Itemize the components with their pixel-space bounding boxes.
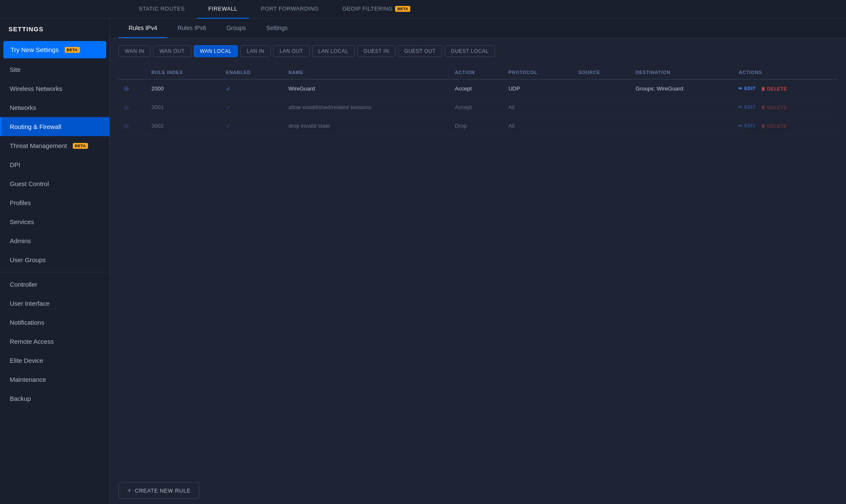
drag-handle-icon: ⊕ <box>124 104 129 111</box>
filter-btn-guest-out[interactable]: GUEST OUT <box>398 45 442 57</box>
table-row: ⊕2000✓WireGuardAcceptUDPGroups: WireGuar… <box>118 79 838 98</box>
sidebar-item-inner: Notifications <box>10 319 101 326</box>
delete-button[interactable]: 🗑 DELETE <box>761 105 787 110</box>
sidebar-item-threat-management[interactable]: Threat ManagementBETA <box>0 136 110 155</box>
sidebar-item-inner: Routing & Firewall <box>10 123 101 130</box>
delete-button[interactable]: 🗑 DELETE <box>761 86 787 91</box>
rules-table: RULE INDEXENABLEDNAMEACTIONPROTOCOLSOURC… <box>118 66 838 135</box>
protocol-cell: All <box>503 98 573 117</box>
protocol-cell: UDP <box>503 79 573 98</box>
drag-handle-icon: ⊕ <box>124 85 129 92</box>
sidebar-item-dpi[interactable]: DPI <box>0 155 110 174</box>
beta-badge: BETA <box>395 6 410 12</box>
filter-btn-lan-local[interactable]: LAN LOCAL <box>312 45 355 57</box>
filter-btn-guest-local[interactable]: GUEST LOCAL <box>445 45 495 57</box>
sidebar: SETTINGSTry New SettingsBETASiteWireless… <box>0 19 110 504</box>
filter-btn-guest-in[interactable]: GUEST IN <box>357 45 395 57</box>
sidebar-item-user-groups[interactable]: User Groups <box>0 250 110 269</box>
delete-button[interactable]: 🗑 DELETE <box>761 123 787 129</box>
sidebar-item-networks[interactable]: Networks <box>0 98 110 117</box>
sidebar-item-inner: DPI <box>10 161 101 168</box>
sidebar-item-controller[interactable]: Controller <box>0 275 110 294</box>
sidebar-item-user-interface[interactable]: User Interface <box>0 294 110 313</box>
th-rule-index: RULE INDEX <box>146 66 221 79</box>
top-nav-tab-firewall[interactable]: FIREWALL <box>197 0 250 19</box>
sidebar-item-label: Notifications <box>10 319 44 326</box>
create-btn-wrap: + CREATE NEW RULE <box>110 477 846 504</box>
sub-tab-rules-ipv6[interactable]: Rules IPv6 <box>168 19 217 38</box>
th-source: SOURCE <box>573 66 630 79</box>
main-layout: SETTINGSTry New SettingsBETASiteWireless… <box>0 19 846 504</box>
sidebar-item-elite-device[interactable]: Elite Device <box>0 351 110 370</box>
check-icon: ✓ <box>226 104 231 111</box>
sidebar-item-services[interactable]: Services <box>0 212 110 231</box>
sidebar-item-label: User Groups <box>10 256 46 263</box>
sidebar-divider <box>0 272 110 272</box>
th-enabled: ENABLED <box>221 66 283 79</box>
drag-handle[interactable]: ⊕ <box>118 98 146 117</box>
sidebar-item-routing-firewall[interactable]: Routing & Firewall <box>0 117 110 136</box>
drag-handle[interactable]: ⊕ <box>118 117 146 135</box>
sidebar-item-inner: Backup <box>10 395 101 402</box>
table-container: RULE INDEXENABLEDNAMEACTIONPROTOCOLSOURC… <box>110 60 846 477</box>
th-name: NAME <box>283 66 450 79</box>
edit-button[interactable]: ✏ EDIT <box>739 86 755 91</box>
filter-btn-wan-out[interactable]: WAN OUT <box>153 45 191 57</box>
protocol-cell: All <box>503 117 573 135</box>
sidebar-item-inner: User Groups <box>10 256 101 263</box>
sidebar-item-site[interactable]: Site <box>0 60 110 79</box>
sidebar-item-label: Services <box>10 218 34 225</box>
create-btn-label: CREATE NEW RULE <box>135 488 191 494</box>
sidebar-item-try-new-settings[interactable]: Try New SettingsBETA <box>3 41 106 58</box>
sub-tab-settings[interactable]: Settings <box>256 19 298 38</box>
top-nav-tab-geoip-filtering[interactable]: GEOIP FILTERINGBETA <box>330 0 422 19</box>
drag-handle-icon: ⊕ <box>124 122 129 129</box>
destination-cell: Groups: WireGuard <box>630 79 733 98</box>
name-cell: allow established/related sessions <box>283 98 450 117</box>
sidebar-item-label: Backup <box>10 395 31 402</box>
edit-button[interactable]: ✏ EDIT <box>739 123 755 129</box>
sub-tab-rules-ipv4[interactable]: Rules IPv4 <box>118 19 168 38</box>
sidebar-item-label: DPI <box>10 161 20 168</box>
sidebar-item-label: Controller <box>10 281 37 288</box>
action-buttons: ✏ EDIT🗑 DELETE <box>739 86 832 91</box>
rule-index-cell: 2000 <box>146 79 221 98</box>
edit-button[interactable]: ✏ EDIT <box>739 104 755 110</box>
create-new-rule-button[interactable]: + CREATE NEW RULE <box>118 482 199 499</box>
sidebar-item-backup[interactable]: Backup <box>0 389 110 408</box>
source-cell <box>573 117 630 135</box>
source-cell <box>573 79 630 98</box>
filter-btn-lan-in[interactable]: LAN IN <box>240 45 271 57</box>
sidebar-item-label: Wireless Networks <box>10 85 62 92</box>
sidebar-title: SETTINGS <box>0 19 110 39</box>
sidebar-item-inner: User Interface <box>10 300 101 307</box>
filter-btn-wan-in[interactable]: WAN IN <box>118 45 151 57</box>
drag-handle[interactable]: ⊕ <box>118 79 146 98</box>
sidebar-item-profiles[interactable]: Profiles <box>0 193 110 212</box>
th-action: ACTION <box>450 66 503 79</box>
sidebar-item-wireless-networks[interactable]: Wireless Networks <box>0 79 110 98</box>
sidebar-item-admins[interactable]: Admins <box>0 231 110 250</box>
sidebar-item-notifications[interactable]: Notifications <box>0 313 110 332</box>
check-icon: ✓ <box>226 123 231 129</box>
action-buttons: ✏ EDIT🗑 DELETE <box>739 123 832 129</box>
filter-btn-lan-out[interactable]: LAN OUT <box>273 45 310 57</box>
sub-tab-groups[interactable]: Groups <box>216 19 256 38</box>
top-nav-tab-static-routes[interactable]: STATIC ROUTES <box>127 0 197 19</box>
table-head: RULE INDEXENABLEDNAMEACTIONPROTOCOLSOURC… <box>118 66 838 79</box>
sidebar-item-guest-control[interactable]: Guest Control <box>0 174 110 193</box>
sidebar-item-inner: Services <box>10 218 101 225</box>
check-icon: ✓ <box>226 85 231 92</box>
filter-btn-wan-local[interactable]: WAN LOCAL <box>194 45 238 57</box>
sidebar-item-maintenance[interactable]: Maintenance <box>0 370 110 389</box>
action-buttons: ✏ EDIT🗑 DELETE <box>739 104 832 110</box>
sidebar-item-label: Profiles <box>10 199 31 206</box>
sidebar-item-inner: Threat ManagementBETA <box>10 142 101 149</box>
sidebar-item-inner: Guest Control <box>10 180 101 187</box>
sidebar-item-inner: Elite Device <box>10 357 101 364</box>
sidebar-item-remote-access[interactable]: Remote Access <box>0 332 110 351</box>
plus-icon: + <box>127 487 132 494</box>
top-nav-tab-port-forwarding[interactable]: PORT FORWARDING <box>249 0 330 19</box>
sidebar-item-label: Try New Settings <box>11 46 59 53</box>
destination-cell <box>630 117 733 135</box>
